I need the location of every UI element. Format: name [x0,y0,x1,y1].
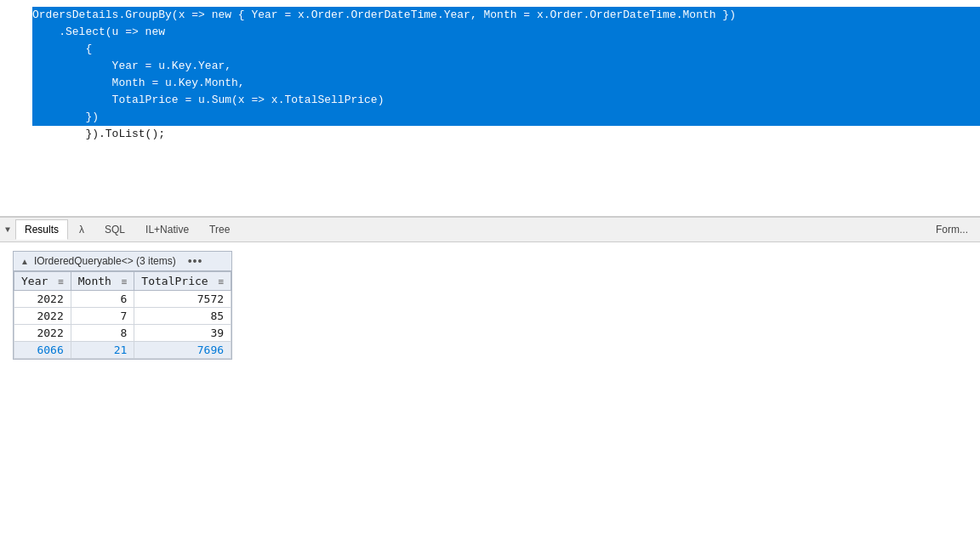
data-table: Year ≡Month ≡TotalPrice ≡ 20226757220227… [14,271,231,359]
line-number [0,41,32,58]
results-area: ▲ IOrderedQueryable<> (3 items) ••• Year… [0,242,980,368]
code-line: Year = u.Key.Year, [0,58,980,75]
cell-year: 2022 [14,308,71,325]
line-number [0,75,32,92]
line-text [32,177,980,194]
cell-month: 8 [71,325,134,342]
tab-sql[interactable]: SQL [95,219,134,240]
grid-header-bar: ▲ IOrderedQueryable<> (3 items) ••• [14,252,231,271]
code-line [0,160,980,177]
column-header-month[interactable]: Month ≡ [71,272,134,291]
column-menu-icon[interactable]: ≡ [122,276,128,287]
cell-month: 7 [71,308,134,325]
code-line: OrdersDetails.GroupBy(x => new { Year = … [0,7,980,24]
tab-collapse-arrow[interactable]: ▼ [5,225,10,235]
line-number [0,7,32,24]
column-menu-icon[interactable]: ≡ [58,276,64,287]
line-number [0,24,32,41]
summary-cell-2: 7696 [134,342,231,359]
code-line: TotalPrice = u.Sum(x => x.TotalSellPrice… [0,92,980,109]
line-text: .Select(u => new [32,24,980,41]
code-line [0,143,980,160]
table-row: 2022839 [14,325,231,342]
line-text: OrdersDetails.GroupBy(x => new { Year = … [32,7,980,24]
results-tab-bar: ▼ ResultsλSQLIL+NativeTree Form... [0,217,980,242]
line-number [0,58,32,75]
cell-total: 7572 [134,291,231,308]
line-text [32,160,980,177]
line-text: Month = u.Key.Month, [32,75,980,92]
data-grid: ▲ IOrderedQueryable<> (3 items) ••• Year… [13,251,232,360]
line-text: }) [32,109,980,126]
line-text: { [32,41,980,58]
line-number [0,143,32,160]
column-header-totalprice[interactable]: TotalPrice ≡ [134,272,231,291]
code-line: .Select(u => new [0,24,980,41]
summary-cell-1: 21 [71,342,134,359]
summary-cell-0: 6066 [14,342,71,359]
cell-total: 85 [134,308,231,325]
table-row: 2022785 [14,308,231,325]
table-row: 202267572 [14,291,231,308]
line-number [0,177,32,194]
line-number [0,160,32,177]
code-line [0,177,980,194]
line-text: }).ToList(); [32,126,980,143]
cell-year: 2022 [14,291,71,308]
cell-year: 2022 [14,325,71,342]
line-number [0,126,32,143]
grid-expand-arrow[interactable]: ▲ [20,257,29,266]
column-menu-icon[interactable]: ≡ [218,276,224,287]
code-editor: OrdersDetails.GroupBy(x => new { Year = … [0,0,980,217]
line-text: Year = u.Key.Year, [32,58,980,75]
code-line: { [0,41,980,58]
cell-month: 6 [71,291,134,308]
line-text: TotalPrice = u.Sum(x => x.TotalSellPrice… [32,92,980,109]
code-line: Month = u.Key.Month, [0,75,980,92]
column-header-year[interactable]: Year ≡ [14,272,71,291]
tab-[interactable]: λ [70,219,94,240]
summary-row: 6066217696 [14,342,231,359]
format-label: Form... [936,224,975,236]
grid-options-button[interactable]: ••• [188,254,203,268]
tab-tree[interactable]: Tree [200,219,239,240]
line-number [0,109,32,126]
tab-results[interactable]: Results [15,219,68,240]
code-line: }).ToList(); [0,126,980,143]
tab-ilnative[interactable]: IL+Native [136,219,198,240]
line-number [0,92,32,109]
cell-total: 39 [134,325,231,342]
line-text [32,143,980,160]
grid-header-title: IOrderedQueryable<> (3 items) [34,255,176,267]
code-line: }) [0,109,980,126]
